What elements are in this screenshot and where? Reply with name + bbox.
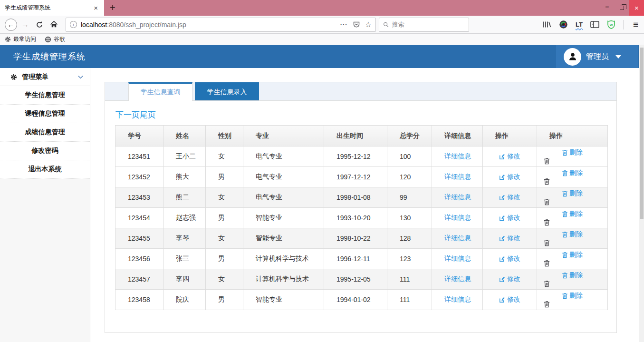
detail-link[interactable]: 详细信息 [444,152,471,161]
bookmark-google[interactable]: 谷歌 [45,35,65,43]
delete-link[interactable]: 删除 [562,271,583,280]
tab-student-entry[interactable]: 学生信息录入 [195,82,259,100]
name-cell: 熊大 [163,167,206,187]
trash-icon[interactable] [544,219,550,226]
major-cell: 电气专业 [243,167,324,187]
url-path: :8080/ssh_project/main.jsp [107,21,186,29]
detail-link[interactable]: 详细信息 [444,173,471,181]
delete-link[interactable]: 删除 [562,292,583,300]
detail-link[interactable]: 详细信息 [444,214,471,222]
last-page-link[interactable]: 尾页 [140,110,156,119]
edit-link[interactable]: 修改 [499,152,520,161]
table-row: 123453 熊二 女 电气专业 1998-01-08 99 详细信息 修改 删… [115,187,608,208]
name-cell: 李四 [163,269,206,290]
search-box[interactable] [379,18,469,32]
tab-student-query[interactable]: 学生信息查询 [128,82,192,101]
delete-link[interactable]: 删除 [562,230,583,239]
menu-hamburger-icon[interactable]: ≡ [631,20,640,30]
next-page-link[interactable]: 下一页 [115,110,140,119]
url-bar[interactable]: i localhost:8080/ssh_project/main.jsp ··… [66,18,376,32]
detail-link[interactable]: 详细信息 [444,275,471,283]
birthdate-cell: 1998-01-08 [324,187,387,208]
trash-icon[interactable] [544,260,550,267]
avatar [564,48,581,66]
user-icon [568,52,577,61]
lens-extension-icon[interactable] [559,20,568,29]
sidebar-item-course-info[interactable]: 课程信息管理 [0,105,90,123]
sidebar-item-grade-info[interactable]: 成绩信息管理 [0,123,90,142]
detail-link[interactable]: 详细信息 [444,254,471,263]
major-cell: 智能专业 [243,228,324,249]
sidebar-toggle-icon[interactable] [590,20,599,29]
library-icon[interactable] [543,20,551,29]
window-restore-button[interactable] [615,0,629,16]
detail-link[interactable]: 详细信息 [444,234,471,243]
url-text[interactable]: localhost:8080/ssh_project/main.jsp [81,21,340,29]
birthdate-cell: 1998-10-22 [324,228,387,249]
delete-link[interactable]: 删除 [562,189,583,198]
trash-icon[interactable] [544,280,550,287]
pocket-icon[interactable] [353,21,360,29]
col-birthdate: 出生时间 [324,126,387,147]
page-actions-icon[interactable]: ··· [340,21,348,28]
new-tab-button[interactable]: + [104,0,121,16]
credits-cell: 123 [387,249,432,269]
edit-link[interactable]: 修改 [499,295,520,304]
edit-link[interactable]: 修改 [499,234,520,243]
gender-cell: 女 [206,228,243,249]
delete-cell: 删除 [537,167,608,187]
edit-cell: 修改 [483,228,537,249]
tab-close-icon[interactable]: × [91,3,100,12]
delete-icon [562,252,568,258]
browser-tab[interactable]: 学生成绩管理系统 × [0,0,104,16]
site-info-icon[interactable]: i [70,21,77,28]
detail-cell: 详细信息 [432,208,483,228]
search-input[interactable] [392,21,465,28]
trash-icon[interactable] [544,178,550,185]
col-gender: 性别 [206,126,243,147]
edit-link[interactable]: 修改 [499,254,520,263]
sidebar-item-student-info[interactable]: 学生信息管理 [0,86,90,105]
delete-link[interactable]: 删除 [562,148,583,157]
delete-cell: 删除 [537,147,608,167]
trash-icon[interactable] [544,198,550,205]
chevron-down-icon [78,75,83,79]
reload-button[interactable] [32,18,47,32]
detail-link[interactable]: 详细信息 [444,295,471,304]
trash-icon[interactable] [544,239,550,246]
user-name: 管理员 [586,52,609,62]
bookmark-star-icon[interactable]: ☆ [365,20,372,29]
back-button[interactable]: ← [4,18,18,32]
window-close-button[interactable]: × [629,0,644,16]
delete-link[interactable]: 删除 [562,210,583,218]
edit-link[interactable]: 修改 [499,173,520,181]
page-scrollbar[interactable] [639,45,644,342]
edit-link[interactable]: 修改 [499,275,520,283]
forward-button[interactable]: → [18,18,32,32]
table-row: 123454 赵志强 男 智能专业 1993-10-20 130 详细信息 修改… [115,208,608,228]
student-id-cell: 123454 [115,208,163,228]
edit-link[interactable]: 修改 [499,193,520,202]
trash-icon[interactable] [544,301,550,308]
scrollbar-thumb[interactable] [640,48,644,219]
shield-extension-icon[interactable]: w [607,20,615,29]
edit-cell: 修改 [483,167,537,187]
user-menu[interactable]: 管理员 [556,45,638,68]
sidebar-item-change-password[interactable]: 修改密码 [0,142,90,160]
delete-link[interactable]: 删除 [562,251,583,259]
trash-icon[interactable] [544,157,550,165]
delete-cell: 删除 [537,290,608,310]
sidebar-item-logout[interactable]: 退出本系统 [0,160,90,179]
name-cell: 院庆 [163,290,206,310]
delete-icon [562,293,568,299]
sidebar-menu-header[interactable]: 管理菜单 [0,68,90,86]
edit-link[interactable]: 修改 [499,214,520,222]
home-button[interactable] [47,18,61,32]
languagetool-icon[interactable]: LT [576,21,583,28]
delete-link[interactable]: 删除 [562,169,583,177]
window-minimize-button[interactable]: – [600,0,615,16]
gender-cell: 男 [206,290,243,310]
detail-link[interactable]: 详细信息 [444,193,471,202]
edit-cell: 修改 [483,187,537,208]
bookmark-most-visited[interactable]: 最常访问 [5,35,36,43]
